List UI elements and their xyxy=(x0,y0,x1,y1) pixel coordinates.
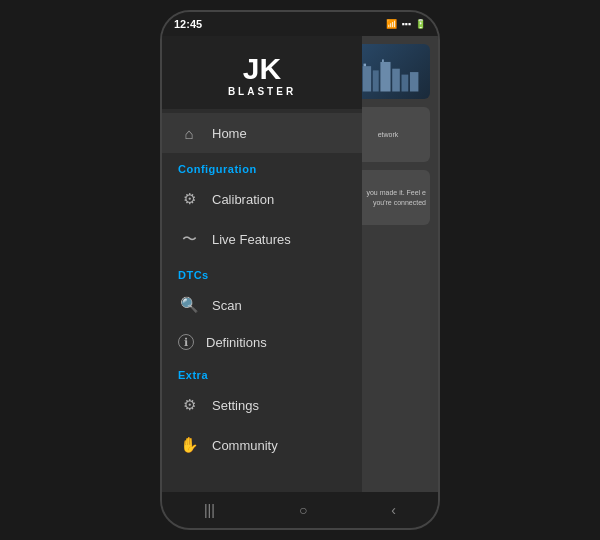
nav-live-features[interactable]: 〜 Live Features xyxy=(162,219,362,259)
section-configuration: Configuration xyxy=(162,153,362,179)
wifi-icon: 📶 xyxy=(386,19,397,29)
svg-rect-5 xyxy=(402,75,409,92)
nav-community[interactable]: ✋ Community xyxy=(162,425,362,465)
live-features-icon: 〜 xyxy=(178,228,200,250)
settings-label: Settings xyxy=(212,398,259,413)
nav-back-button[interactable]: ‹ xyxy=(391,502,396,518)
navigation-drawer: JK BLASTER ⌂ Home Configuration ⚙ Calibr… xyxy=(162,36,362,492)
battery-icon: 🔋 xyxy=(415,19,426,29)
definitions-icon: ℹ xyxy=(178,334,194,350)
logo-wrapper: JK BLASTER xyxy=(228,52,296,97)
signal-icon: ▪▪▪ xyxy=(401,19,411,29)
svg-rect-2 xyxy=(373,70,379,91)
svg-rect-1 xyxy=(363,66,371,91)
definitions-label: Definitions xyxy=(206,335,267,350)
nav-home-button[interactable]: ○ xyxy=(299,502,307,518)
nav-menu-button[interactable]: ||| xyxy=(204,502,215,518)
nav-calibration[interactable]: ⚙ Calibration xyxy=(162,179,362,219)
phone-frame: 12:45 📶 ▪▪▪ 🔋 xyxy=(160,10,440,530)
status-icons: 📶 ▪▪▪ 🔋 xyxy=(386,19,426,29)
svg-rect-8 xyxy=(382,59,384,62)
svg-rect-6 xyxy=(410,72,418,91)
scan-icon: 🔍 xyxy=(178,294,200,316)
home-label: Home xyxy=(212,126,247,141)
settings-icon: ⚙ xyxy=(178,394,200,416)
community-icon: ✋ xyxy=(178,434,200,456)
nav-settings[interactable]: ⚙ Settings xyxy=(162,385,362,425)
nav-scan[interactable]: 🔍 Scan xyxy=(162,285,362,325)
section-extra: Extra xyxy=(162,359,362,385)
live-features-label: Live Features xyxy=(212,232,291,247)
calibration-label: Calibration xyxy=(212,192,274,207)
screen-content: etwork you made it. Feel e you're connec… xyxy=(162,36,438,492)
community-label: Community xyxy=(212,438,278,453)
logo-blaster: BLASTER xyxy=(228,86,296,97)
svg-rect-4 xyxy=(392,69,400,92)
nav-bar: ||| ○ ‹ xyxy=(162,492,438,528)
logo-jk: JK xyxy=(228,52,296,86)
svg-rect-3 xyxy=(380,62,390,92)
nav-definitions[interactable]: ℹ Definitions xyxy=(162,325,362,359)
calibration-icon: ⚙ xyxy=(178,188,200,210)
status-time: 12:45 xyxy=(174,18,202,30)
nav-home[interactable]: ⌂ Home xyxy=(162,113,362,153)
status-bar: 12:45 📶 ▪▪▪ 🔋 xyxy=(162,12,438,36)
home-icon: ⌂ xyxy=(178,122,200,144)
section-dtcs: DTCs xyxy=(162,259,362,285)
scan-label: Scan xyxy=(212,298,242,313)
svg-rect-7 xyxy=(364,64,367,67)
card1-text: etwork xyxy=(374,126,403,144)
drawer-logo: JK BLASTER xyxy=(162,36,362,109)
drawer-items: ⌂ Home Configuration ⚙ Calibration 〜 Liv… xyxy=(162,109,362,492)
